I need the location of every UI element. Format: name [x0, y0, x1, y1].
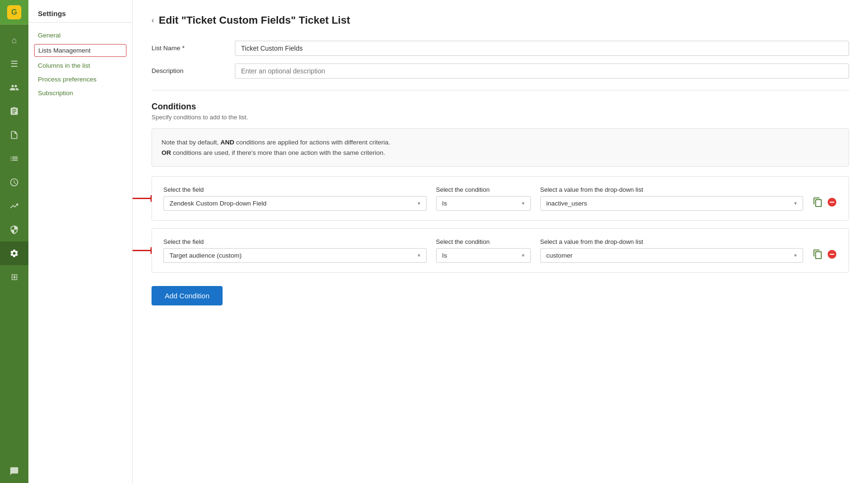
field-group-1: Select the field Zendesk Custom Drop-dow…	[163, 186, 427, 211]
value-label-2: Select a value from the drop-down list	[540, 238, 804, 245]
list-name-label: List Name *	[152, 41, 227, 52]
value-label-1: Select a value from the drop-down list	[540, 186, 804, 193]
nav-users[interactable]	[0, 76, 28, 99]
condition-card-1: Select the field Zendesk Custom Drop-dow…	[152, 176, 849, 221]
sidebar-item-lists-management[interactable]: Lists Management	[34, 44, 126, 57]
field-label-2: Select the field	[163, 238, 427, 245]
nav-bar: G ⌂ ☰ ⊞	[0, 0, 28, 483]
copy-condition-1-button[interactable]	[813, 197, 823, 210]
nav-chart[interactable]	[0, 147, 28, 170]
description-row: Description	[152, 63, 849, 79]
nav-settings[interactable]	[0, 242, 28, 265]
nav-home[interactable]: ⌂	[0, 28, 28, 52]
info-text-1: Note that by default,	[161, 139, 221, 146]
section-divider	[152, 90, 849, 90]
logo-icon: G	[7, 5, 21, 19]
condition-label-2: Select the condition	[436, 238, 531, 245]
condition-row-2-wrapper: Select the field Target audience (custom…	[152, 228, 849, 273]
back-button[interactable]: ‹	[152, 16, 154, 25]
copy-condition-2-button[interactable]	[813, 249, 823, 262]
field-select-1-value: Zendesk Custom Drop-down Field	[170, 200, 267, 207]
conditions-subtitle: Specify conditions to add to the list.	[152, 114, 849, 121]
info-and-bold: AND	[221, 139, 234, 146]
info-text-3: conditions are used, if there's more tha…	[171, 149, 385, 156]
condition-select-2[interactable]: Is ▾	[436, 248, 531, 263]
delete-condition-2-button[interactable]	[827, 249, 837, 262]
sidebar-item-general[interactable]: General	[28, 28, 132, 42]
sidebar-item-subscription[interactable]: Subscription	[28, 86, 132, 100]
app-logo: G	[0, 0, 28, 25]
field-select-1[interactable]: Zendesk Custom Drop-down Field ▾	[163, 196, 427, 211]
nav-chat[interactable]	[0, 459, 28, 483]
condition-select-2-arrow: ▾	[522, 252, 525, 259]
nav-person-shield[interactable]	[0, 218, 28, 242]
condition-group-1: Select the condition Is ▾	[436, 186, 531, 211]
form-section: List Name * Description	[152, 41, 849, 79]
condition-select-1-arrow: ▾	[522, 200, 525, 206]
nav-items: ⌂ ☰ ⊞	[0, 25, 28, 483]
value-select-2[interactable]: customer ▾	[540, 248, 804, 263]
info-or-bold: OR	[161, 149, 171, 156]
condition-group-2: Select the condition Is ▾	[436, 238, 531, 263]
sidebar-item-process-preferences[interactable]: Process preferences	[28, 72, 132, 86]
value-select-2-value: customer	[546, 252, 573, 259]
condition-actions-2	[813, 249, 837, 263]
sidebar-item-columns[interactable]: Columns in the list	[28, 59, 132, 72]
condition-row-1-wrapper: Select the field Zendesk Custom Drop-dow…	[152, 176, 849, 221]
nav-clipboard[interactable]	[0, 99, 28, 123]
value-select-1[interactable]: inactive_users ▾	[540, 196, 804, 211]
value-select-2-arrow: ▾	[794, 252, 797, 259]
description-input[interactable]	[235, 63, 849, 79]
nav-trending[interactable]	[0, 194, 28, 218]
nav-document[interactable]	[0, 123, 28, 147]
nav-grid[interactable]: ⊞	[0, 265, 28, 289]
sidebar-title: Settings	[28, 9, 132, 23]
field-group-2: Select the field Target audience (custom…	[163, 238, 427, 263]
field-select-1-arrow: ▾	[418, 200, 421, 206]
condition-select-1-value: Is	[442, 200, 447, 207]
condition-actions-1	[813, 197, 837, 211]
nav-menu[interactable]: ☰	[0, 52, 28, 76]
nav-clock[interactable]	[0, 170, 28, 194]
conditions-info-box: Note that by default, AND conditions are…	[152, 128, 849, 167]
conditions-title: Conditions	[152, 102, 849, 112]
value-group-1: Select a value from the drop-down list i…	[540, 186, 804, 211]
condition-select-2-value: Is	[442, 252, 447, 259]
add-condition-button[interactable]: Add Condition	[152, 286, 223, 305]
sidebar: Settings General Lists Management Column…	[28, 0, 133, 483]
info-text-2: conditions are applied for actions with …	[234, 139, 390, 146]
value-group-2: Select a value from the drop-down list c…	[540, 238, 804, 263]
value-select-1-value: inactive_users	[546, 200, 587, 207]
list-name-input[interactable]	[235, 41, 849, 56]
conditions-section: Conditions Specify conditions to add to …	[152, 102, 849, 305]
main-content: ‹ Edit "Ticket Custom Fields" Ticket Lis…	[133, 0, 868, 483]
condition-card-2: Select the field Target audience (custom…	[152, 228, 849, 273]
page-title: Edit "Ticket Custom Fields" Ticket List	[159, 14, 350, 27]
value-select-1-arrow: ▾	[794, 200, 797, 206]
description-label: Description	[152, 63, 227, 74]
field-select-2-arrow: ▾	[418, 252, 421, 259]
condition-label-1: Select the condition	[436, 186, 531, 193]
delete-condition-1-button[interactable]	[827, 197, 837, 210]
list-name-row: List Name *	[152, 41, 849, 56]
field-select-2[interactable]: Target audience (custom) ▾	[163, 248, 427, 263]
condition-select-1[interactable]: Is ▾	[436, 196, 531, 211]
field-label-1: Select the field	[163, 186, 427, 193]
field-select-2-value: Target audience (custom)	[170, 252, 242, 259]
page-header: ‹ Edit "Ticket Custom Fields" Ticket Lis…	[152, 14, 849, 27]
